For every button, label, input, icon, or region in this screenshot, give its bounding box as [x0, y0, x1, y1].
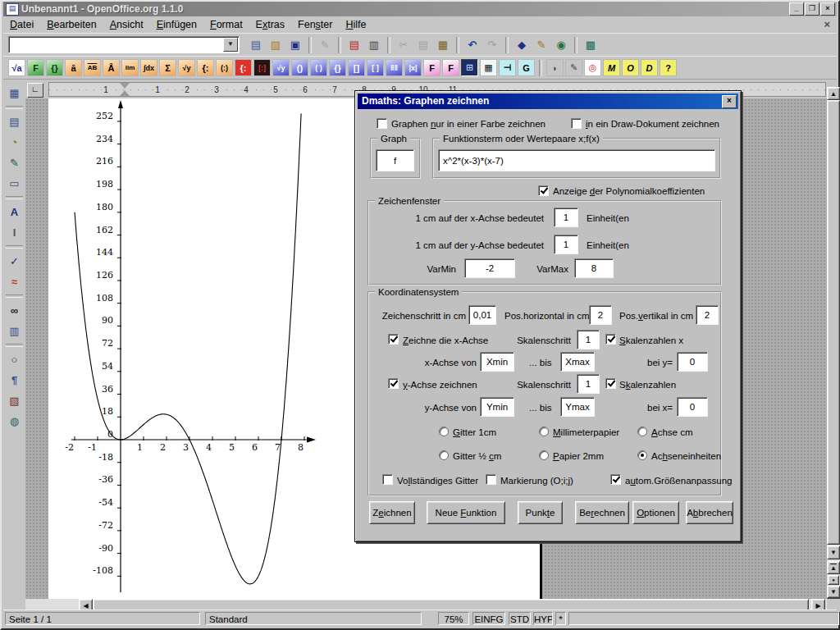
combobox-dropdown-icon[interactable]: ▼	[223, 38, 238, 52]
braces-green-icon[interactable]: {}	[46, 59, 63, 76]
radio-papier-2mm[interactable]	[539, 450, 549, 460]
root-blue-icon[interactable]: √y	[272, 59, 290, 76]
checkbox-draw-x-axis[interactable]	[388, 334, 399, 345]
navigation-icon[interactable]: ●	[828, 575, 839, 585]
pos-horizontal-field[interactable]: 2	[589, 305, 612, 325]
status-selection-mode[interactable]: STD	[509, 612, 531, 625]
status-info[interactable]	[568, 612, 839, 625]
grid-icon[interactable]: ▦	[480, 59, 497, 76]
checkbox-vollstaendiges-gitter[interactable]	[382, 474, 393, 485]
measure-icon[interactable]: ⊣	[499, 59, 516, 76]
draw-tools-icon[interactable]: ✎	[565, 59, 582, 76]
form-functions-icon[interactable]: ▭	[5, 174, 24, 193]
auto-spellcheck-icon[interactable]: ≈	[5, 272, 24, 291]
insert-icon[interactable]: ▤	[5, 112, 24, 131]
abs-value-icon[interactable]: |x|	[404, 59, 422, 76]
online-layout-icon[interactable]: ◍	[5, 412, 24, 431]
ruler-margin-marker[interactable]	[120, 83, 130, 96]
save-document-icon[interactable]: ▣	[286, 36, 304, 54]
checkbox-one-color-label[interactable]: Graphen nur in einer Farbe zeichnen	[391, 118, 546, 130]
skalenschritt-x-field[interactable]: 1	[577, 330, 600, 349]
undo-icon[interactable]: ↶	[463, 36, 482, 54]
punkte-button[interactable]: Punkte	[518, 501, 563, 524]
function-pink-icon[interactable]: F	[423, 59, 441, 76]
sum-sigma-icon[interactable]: Σ	[159, 59, 176, 76]
segment-ab-icon[interactable]: AB	[84, 59, 101, 76]
bei-y-field[interactable]: 0	[677, 352, 708, 372]
data-sources-icon[interactable]: ▥	[5, 322, 24, 340]
menu-einfuegen[interactable]: Einfügen	[150, 17, 203, 32]
skalenschritt-y-field[interactable]: 1	[577, 374, 600, 394]
dialog-title-bar[interactable]: Dmaths: Graphen zeichnen ×	[358, 94, 738, 109]
autotext-icon[interactable]: A	[5, 203, 24, 221]
parens-small-icon[interactable]: ()	[291, 59, 308, 76]
radio-achse-cm-label[interactable]: Achse cm	[651, 427, 693, 438]
nth-root-icon[interactable]: √y	[178, 59, 195, 76]
checkbox-auto-size-label[interactable]: autom.Größenanpassung	[625, 475, 732, 486]
checkbox-draw-document-label[interactable]: in ein Draw-Dokument zeichnen	[586, 118, 719, 130]
dialog-close-icon[interactable]: ×	[722, 95, 737, 108]
function-edit-pink-icon[interactable]: F	[442, 59, 459, 76]
radio-gitter-half-cm[interactable]	[439, 450, 449, 460]
radio-papier-2mm-label[interactable]: Papier 2mm	[553, 450, 604, 462]
checkbox-draw-y-axis-label[interactable]: y-Achse zeichnen	[403, 379, 477, 390]
radio-millimeterpapier[interactable]	[539, 427, 549, 436]
macro-m-icon[interactable]: M	[603, 59, 620, 76]
edit-file-icon[interactable]: ✎	[316, 36, 334, 54]
close-button[interactable]: ×	[820, 2, 835, 16]
find-replace-icon[interactable]: ∞	[5, 301, 24, 320]
status-zoom[interactable]: 75%	[438, 612, 469, 625]
varmax-field[interactable]: 8	[574, 258, 614, 278]
tab-stop-type-button[interactable]: ∟	[27, 83, 43, 98]
title-bar[interactable]: ▤ Unbenannt1 - OpenOffice.org 1.1.0 _ ❐ …	[3, 2, 837, 16]
y-scale-field[interactable]: 1	[554, 235, 578, 254]
y-bis-field[interactable]: Ymax	[560, 397, 595, 417]
radio-gitter-1cm[interactable]	[439, 427, 449, 436]
graph-window-icon[interactable]: ⊞	[461, 59, 478, 76]
zeichnen-button[interactable]: Zeichnen	[369, 501, 415, 524]
scroll-up-icon[interactable]: ▲	[827, 87, 840, 100]
menu-bearbeiten[interactable]: Bearbeiten	[40, 17, 103, 32]
berechnen-button[interactable]: Berechnen	[575, 501, 629, 524]
graphics-on-off-icon[interactable]: ▧	[5, 391, 24, 410]
checkbox-polynomial-coefficients-label[interactable]: Anzeige der Polynomialkoeffizienten	[553, 185, 705, 197]
bei-x-field[interactable]: 0	[677, 397, 708, 417]
checkbox-auto-size[interactable]	[610, 474, 621, 485]
status-hyperlink-mode[interactable]: HYP	[533, 612, 553, 625]
checkbox-skalenzahlen-x[interactable]	[605, 334, 616, 345]
minimize-button[interactable]: _	[789, 2, 804, 16]
menu-extras[interactable]: Extras	[249, 17, 291, 32]
brackets-large-icon[interactable]: [ ]	[367, 59, 384, 76]
status-template[interactable]: Standard	[205, 612, 422, 625]
checkbox-markierung-label[interactable]: Markierung (O;i;j)	[500, 475, 573, 486]
menu-ansicht[interactable]: Ansicht	[103, 17, 150, 32]
macro-o-icon[interactable]: O	[622, 59, 639, 76]
macro-d-icon[interactable]: D	[641, 59, 658, 76]
checkbox-draw-document[interactable]	[571, 118, 582, 129]
checkbox-vollstaendiges-gitter-label[interactable]: Vollständiges Gitter	[397, 475, 478, 486]
checkbox-draw-x-axis-label[interactable]: Zeichne die x-Achse	[403, 335, 488, 346]
dmaths-logo-icon[interactable]: ◎	[584, 59, 601, 76]
draw-functions-icon[interactable]: ✎	[5, 153, 24, 172]
menu-datei[interactable]: Datei	[3, 17, 40, 32]
new-document-icon[interactable]: ▤	[247, 36, 265, 54]
sqrt-a-icon[interactable]: √a	[8, 59, 25, 76]
letter-g-icon[interactable]: G	[518, 59, 535, 76]
checkbox-skalenzahlen-y-label[interactable]: Skalenzahlen	[619, 379, 676, 390]
radio-achseneinheiten[interactable]	[637, 450, 647, 460]
abbrechen-button[interactable]: Abbrechen	[686, 501, 733, 524]
menu-format[interactable]: Format	[203, 17, 249, 32]
x-bis-field[interactable]: Xmax	[560, 352, 595, 372]
export-pdf-icon[interactable]: ▤	[345, 36, 363, 54]
checkbox-draw-y-axis[interactable]	[388, 378, 399, 389]
scroll-down-icon[interactable]: ▼	[827, 546, 840, 559]
checkbox-one-color[interactable]	[377, 118, 387, 129]
checkbox-skalenzahlen-x-label[interactable]: Skalenzahlen x	[619, 335, 683, 346]
status-page[interactable]: Seite 1 / 1	[5, 612, 200, 625]
insert-object-icon[interactable]: ◔	[5, 133, 24, 152]
hyperlink-globe-icon[interactable]: ◉	[552, 36, 570, 54]
graph-name-field[interactable]: f	[376, 149, 414, 171]
y-von-field[interactable]: Ymin	[480, 397, 514, 417]
vertical-scrollbar[interactable]: ▲ ▼ ▲ ● ▼	[827, 87, 840, 599]
function-term-field[interactable]: x^2*(x-3)*(x-7)	[438, 149, 715, 171]
